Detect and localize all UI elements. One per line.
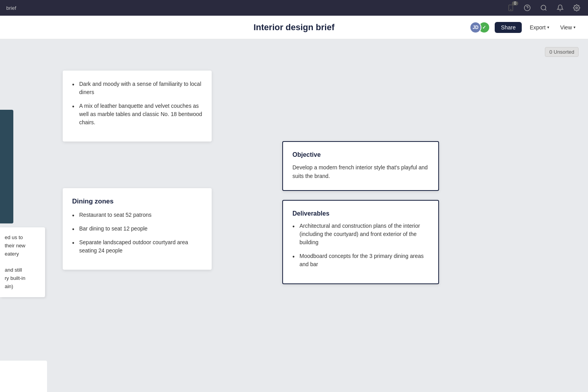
avatar-1: JD	[470, 22, 481, 33]
deliverables-heading: Deliverables	[292, 210, 429, 217]
objective-heading: Objective	[292, 151, 429, 158]
svg-point-6	[576, 7, 578, 9]
card-objective: Objective Develop a modern french interi…	[282, 141, 439, 191]
avatars: JD ✓	[470, 22, 490, 33]
card-dining: Dining zones Restaurant to seat 52 patro…	[63, 188, 212, 270]
search-icon-button[interactable]	[539, 3, 549, 13]
export-label: Export	[530, 24, 545, 31]
dining-bullet-1: Restaurant to seat 52 patrons	[72, 211, 202, 219]
unsorted-badge: 0 Unsorted	[545, 47, 579, 57]
unsorted-count: 0	[549, 49, 552, 55]
export-button[interactable]: Export ▾	[526, 22, 552, 33]
card-bottom-partial	[0, 361, 47, 392]
question-icon-button[interactable]	[522, 3, 532, 13]
share-button[interactable]: Share	[495, 22, 522, 33]
deliverables-bullet-list: Architectural and construction plans of …	[292, 222, 429, 269]
export-chevron-icon: ▾	[547, 25, 549, 29]
canvas: 0 Unsorted Dark and moody with a sense o…	[0, 39, 588, 392]
top-bar-title: brief	[6, 5, 16, 11]
partial-text: ed us totheir neweateryand stillry built…	[5, 234, 40, 291]
unsorted-label: Unsorted	[554, 49, 574, 55]
header: Interior design brief JD ✓ Share Export …	[0, 16, 588, 39]
dining-bullet-list: Restaurant to seat 52 patrons Bar dining…	[72, 211, 202, 255]
top-bar: brief 0	[0, 0, 588, 16]
card-deliverables: Deliverables Architectural and construct…	[282, 200, 439, 284]
dining-heading: Dining zones	[72, 198, 202, 205]
question-icon	[524, 4, 531, 11]
style-bullet-list: Dark and moody with a sense of familiari…	[72, 80, 202, 127]
left-panel	[0, 110, 13, 223]
card-style: Dark and moody with a sense of familiari…	[63, 71, 212, 142]
deliverables-bullet-2: Moodboard concepts for the 3 primary din…	[292, 252, 429, 269]
phone-badge: 0	[512, 1, 518, 5]
view-button[interactable]: View ▾	[557, 22, 579, 33]
search-icon	[540, 4, 547, 11]
bell-icon	[557, 4, 564, 11]
settings-icon	[573, 4, 580, 11]
style-bullet-2: A mix of leather banquette and velvet co…	[72, 102, 202, 127]
view-label: View	[560, 24, 572, 31]
dining-bullet-3: Separate landscaped outdoor courtyard ar…	[72, 238, 202, 255]
bell-icon-button[interactable]	[555, 3, 565, 13]
view-chevron-icon: ▾	[573, 25, 575, 29]
deliverables-bullet-1: Architectural and construction plans of …	[292, 222, 429, 247]
header-actions: JD ✓ Share Export ▾ View ▾	[470, 22, 579, 33]
phone-icon-container: 0	[506, 3, 516, 13]
page-title: Interior design brief	[254, 22, 335, 33]
style-bullet-1: Dark and moody with a sense of familiari…	[72, 80, 202, 96]
settings-icon-button[interactable]	[572, 3, 582, 13]
dining-bullet-2: Bar dining to seat 12 people	[72, 225, 202, 233]
card-partial: ed us totheir neweateryand stillry built…	[0, 227, 45, 297]
svg-point-1	[510, 9, 511, 10]
svg-line-5	[545, 9, 546, 10]
svg-point-4	[541, 5, 546, 10]
objective-text: Develop a modern french interior style t…	[292, 163, 429, 181]
